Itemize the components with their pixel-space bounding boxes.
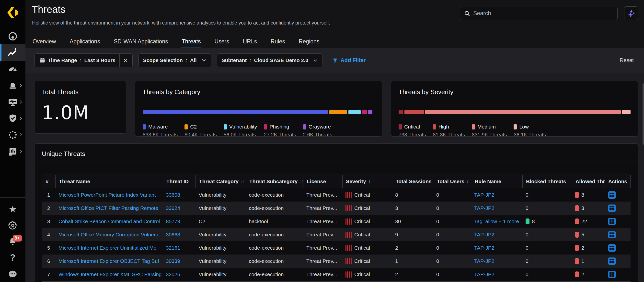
threat-id-link[interactable]: 33608 — [166, 192, 180, 198]
rule-name-link[interactable]: TAP-JP2 — [474, 258, 494, 264]
add-filter-button[interactable]: Add Filter — [332, 57, 366, 64]
filter-value: Cloud SASE Demo 2.0 — [254, 57, 308, 63]
column-header[interactable]: Threat Subcategory ↓↑ ↓ — [246, 175, 303, 188]
rule-name-link[interactable]: TAP-JP2 — [474, 205, 494, 211]
rule-name-link[interactable]: TAP-JP2 — [474, 245, 494, 251]
allowed-chip — [575, 245, 579, 251]
threat-name-link[interactable]: Microsoft PowerPoint Picture Index Varia… — [58, 192, 156, 198]
table-row: 4 Microsoft Office Memory Corruption Vul… — [42, 228, 630, 241]
filter-value: Last 3 Hours — [84, 57, 116, 63]
column-header[interactable]: # ↓↑ ↓ — [42, 175, 55, 188]
threat-id-link[interactable]: 30663 — [166, 232, 180, 238]
tab[interactable]: SD-WAN Applications — [113, 36, 168, 49]
license: Threat Prev... — [303, 254, 342, 268]
legend-swatch — [264, 124, 267, 129]
actions-grid-icon[interactable] — [608, 191, 616, 199]
column-header[interactable]: License ↓↑ ↓ — [303, 175, 342, 188]
total-users: 0 — [433, 202, 471, 215]
tab[interactable]: Rules — [270, 36, 286, 49]
sidebar-item-settings[interactable] — [0, 217, 26, 233]
sidebar-item-chat[interactable] — [0, 266, 26, 282]
search-input[interactable] — [473, 10, 614, 17]
tab[interactable]: Users — [214, 36, 230, 49]
column-header[interactable]: Allowed Threats ↓↑ ↓ — [572, 175, 604, 188]
actions-grid-icon[interactable] — [608, 244, 616, 252]
actions-grid-icon[interactable] — [608, 217, 616, 226]
column-header[interactable]: Rule Name ↓↑ ↓ — [471, 175, 522, 188]
column-header[interactable]: Threat Name ↓↑ ↓ — [55, 175, 163, 188]
subtenant-filter-chip[interactable]: Subtenant : Cloud SASE Demo 2.0 — [217, 53, 323, 67]
threat-name-link[interactable]: Windows Internet Explorer XML SRC Parsin… — [58, 271, 162, 277]
tab[interactable]: Threats — [181, 36, 201, 49]
column-header[interactable]: Total Sessions ↓↑ ↓ — [392, 175, 433, 188]
allowed-chip — [575, 271, 579, 277]
blocked-chip — [526, 218, 530, 224]
sort-icon: ↓↑ — [241, 179, 244, 184]
rule-more-link[interactable]: + 1 more — [498, 218, 519, 224]
threat-name-link[interactable]: Microsoft Internet Explorer OBJECT Tag B… — [58, 258, 159, 264]
threat-id-link[interactable]: 32161 — [166, 245, 180, 251]
tab[interactable]: Applications — [69, 36, 100, 49]
rule-name-link[interactable]: TAP-JP2 — [474, 232, 494, 238]
actions-grid-icon[interactable] — [608, 257, 616, 265]
table-body: 1 Microsoft PowerPoint Picture Index Var… — [42, 188, 630, 281]
actions-grid-icon[interactable] — [608, 270, 616, 278]
total-sessions: 30 — [392, 215, 433, 228]
sidebar-nav — [0, 28, 26, 159]
threat-name-link[interactable]: Microsoft Office Memory Corruption Vulne… — [58, 232, 158, 238]
panw-logo[interactable] — [6, 6, 20, 20]
sidebar-item-workflows[interactable] — [0, 126, 26, 143]
threat-id-link[interactable]: 30339 — [166, 258, 180, 264]
severity-stacked-bar — [398, 110, 630, 114]
copilot-button[interactable] — [624, 6, 638, 20]
rule-name-link[interactable]: Tag_allow — [474, 218, 497, 224]
radar-icon — [8, 31, 18, 41]
legend-swatch — [303, 124, 306, 129]
sidebar-item-radar[interactable] — [0, 28, 26, 44]
sidebar-item-help[interactable]: ? — [0, 250, 26, 266]
row-number: 6 — [42, 254, 55, 268]
global-search[interactable] — [460, 7, 618, 20]
sidebar-item-activity-insights[interactable] — [0, 44, 26, 61]
tab[interactable]: Regions — [298, 36, 320, 49]
column-header[interactable]: Total Users ↓↑ ↓ — [433, 175, 471, 188]
actions-grid-icon[interactable] — [608, 204, 616, 212]
threat-name-link[interactable]: Microsoft Office PICT Filter Parsing Rem… — [58, 205, 158, 211]
legend-swatch — [514, 124, 517, 129]
legend-item: C2 80.4K Threats — [184, 124, 217, 137]
column-header[interactable]: Severity ↓↑ ↓ — [342, 175, 392, 188]
time-range-filter-chip[interactable]: Time Range : Last 3 Hours — [34, 53, 132, 67]
vertical-scrollbar[interactable] — [642, 83, 644, 145]
sidebar-item-reports[interactable] — [0, 143, 26, 159]
blocked-count: 0 — [526, 205, 528, 211]
sidebar-item-favorites[interactable]: ★ — [0, 201, 26, 217]
sidebar-item-security-posture[interactable] — [0, 110, 26, 126]
threat-id-link[interactable]: 33624 — [166, 205, 180, 211]
rule-name-link[interactable]: TAP-JP2 — [474, 271, 494, 277]
rule-name-link[interactable]: TAP-JP2 — [474, 192, 494, 198]
tab[interactable]: URLs — [242, 36, 258, 49]
threat-name-link[interactable]: Cobalt Strike Beacon Command and Control — [58, 218, 160, 224]
column-header[interactable]: Actions ↓↑ ↓ — [604, 175, 631, 188]
threat-name-link[interactable]: Microsoft Internet Explorer Uninitialize… — [58, 245, 156, 251]
reset-filters-button[interactable]: Reset — [620, 57, 634, 64]
filter-separator: : — [80, 57, 82, 63]
threat-id-link[interactable]: 32026 — [166, 271, 180, 277]
total-sessions: 2 — [392, 268, 433, 281]
sidebar-item-dashboard[interactable] — [0, 61, 26, 77]
threat-category: Vulnerability — [195, 241, 246, 254]
bar-segment — [425, 110, 621, 114]
tab[interactable]: Overview — [32, 36, 56, 49]
remove-filter-button[interactable] — [120, 54, 128, 67]
column-header[interactable]: Threat ID ↓↑ ↓ — [163, 175, 196, 188]
column-header[interactable]: Blocked Threats ↓↑ ↓ — [522, 175, 572, 188]
activity-insights-icon — [7, 47, 18, 58]
threat-id-link[interactable]: 85778 — [166, 218, 180, 224]
actions-grid-icon[interactable] — [608, 230, 616, 239]
sidebar-item-notifications[interactable]: 9+ — [0, 233, 26, 250]
sidebar-item-monitor-health[interactable] — [0, 94, 26, 110]
scope-selection-filter-chip[interactable]: Scope Selection : All — [138, 53, 211, 67]
sidebar-item-alerts[interactable] — [0, 77, 26, 94]
column-header[interactable]: Threat Category ↓↑ ↓ — [196, 175, 246, 188]
sidebar-bottom: ★ 9+ ? — [0, 197, 26, 282]
